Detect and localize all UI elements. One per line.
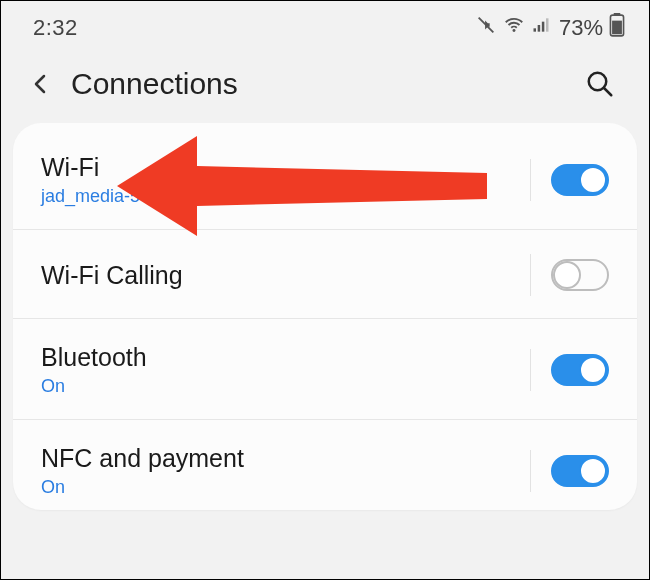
wifi-calling-toggle[interactable] [551,259,609,291]
page-title: Connections [71,67,238,101]
mute-icon [475,14,497,42]
setting-subtitle: jad_media-5 [41,186,530,207]
status-icons: 73% [475,13,625,43]
setting-subtitle: On [41,376,530,397]
toggle-divider [530,349,531,391]
status-bar: 2:32 73% [1,1,649,49]
setting-subtitle: On [41,477,530,498]
svg-line-0 [479,18,494,33]
bluetooth-toggle[interactable] [551,354,609,386]
svg-rect-3 [538,25,541,32]
settings-card: Wi-Fi jad_media-5 Wi-Fi Calling Bluetoot… [13,123,637,510]
battery-icon [609,13,625,43]
toggle-divider [530,159,531,201]
setting-title: NFC and payment [41,444,530,473]
svg-rect-4 [542,22,545,32]
svg-point-1 [512,29,515,32]
svg-rect-2 [533,28,536,31]
setting-row-wifi-calling[interactable]: Wi-Fi Calling [13,230,637,319]
toggle-divider [530,450,531,492]
svg-rect-8 [612,21,622,35]
setting-title: Bluetooth [41,343,530,372]
wifi-toggle[interactable] [551,164,609,196]
nfc-toggle[interactable] [551,455,609,487]
app-bar: Connections [1,49,649,123]
toggle-divider [530,254,531,296]
wifi-icon [503,14,525,42]
svg-line-10 [604,88,612,96]
setting-title: Wi-Fi [41,153,530,182]
back-icon[interactable] [29,69,53,99]
setting-row-wifi[interactable]: Wi-Fi jad_media-5 [13,127,637,230]
setting-row-nfc[interactable]: NFC and payment On [13,420,637,510]
setting-title: Wi-Fi Calling [41,261,530,290]
svg-rect-5 [546,18,549,31]
setting-row-bluetooth[interactable]: Bluetooth On [13,319,637,420]
signal-icon [531,15,551,41]
battery-percent: 73% [559,15,603,41]
status-time: 2:32 [33,15,78,41]
search-icon[interactable] [585,69,615,99]
